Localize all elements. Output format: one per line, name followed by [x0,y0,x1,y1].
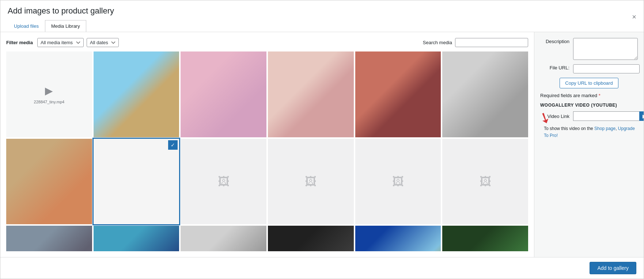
media-item-gray-face[interactable] [442,51,528,137]
filter-bar: Filter media All media items All dates S… [6,38,528,47]
required-star: * [599,93,601,98]
date-select[interactable]: All dates [87,38,119,47]
media-item-wave[interactable] [94,226,179,251]
media-item-man[interactable] [6,226,92,251]
media-item-video[interactable]: ▶ 228847_tiny.mp4 [6,51,92,137]
video-label: 228847_tiny.mp4 [34,100,65,104]
sidebar-panel: Description File URL: https://derdragon.… [534,32,644,257]
add-images-modal: Add images to product gallery Upload fil… [0,0,644,279]
media-area: Filter media All media items All dates S… [0,32,534,257]
video-link-row: Video Link ▶ [540,111,638,121]
placeholder-icon-1: 🖼 [181,139,266,225]
media-item-bike4[interactable] [442,226,528,251]
video-link-submit-button[interactable]: ▶ [639,111,644,121]
modal-overlay: Add images to product gallery Upload fil… [0,0,644,279]
media-type-select[interactable]: All media items [37,38,84,47]
modal-footer: Add to gallery [0,257,644,279]
media-grid: ▶ 228847_tiny.mp4 ✓ [6,51,528,251]
search-label: Search media [423,40,452,45]
description-label: Description [540,38,573,46]
file-url-row: File URL: https://derdragon.com/wp [540,64,638,73]
video-promo-text: ➘ To show this video on the Shop page, U… [540,125,638,139]
placeholder-icon-3: 🖼 [355,139,441,225]
placeholder-icon-4: 🖼 [442,139,528,225]
required-note-text: Required fields are marked [540,93,597,98]
tab-upload[interactable]: Upload files [8,20,45,32]
add-to-gallery-button[interactable]: Add to gallery [590,262,636,274]
tabs-bar: Upload files Media Library [8,20,114,32]
media-item-placeholder-4[interactable]: 🖼 [442,139,528,225]
video-link-input[interactable] [573,111,639,121]
video-icon: ▶ [45,85,53,97]
required-note: Required fields are marked * [540,93,638,98]
media-item-placeholder-2[interactable]: 🖼 [268,139,354,225]
modal-title: Add images to product gallery [8,6,114,16]
media-item-vases[interactable]: ✓ [94,139,179,225]
video-link-input-wrap: ▶ [573,111,644,121]
media-item-placeholder-1[interactable]: 🖼 [181,139,266,225]
selected-checkmark: ✓ [168,140,178,150]
video-promo-prefix: To show this video on the [544,126,594,131]
description-row: Description [540,38,638,60]
media-item-beach[interactable] [94,51,179,137]
media-item-bike2[interactable] [268,226,354,251]
placeholder-icon-2: 🖼 [268,139,354,225]
file-url-label: File URL: [540,64,573,72]
filter-label: Filter media [6,40,33,45]
copy-url-button[interactable]: Copy URL to clipboard [560,78,618,88]
woogallery-section-title: WOOGALLERY VIDEO (YOUTUBE) [540,103,638,108]
search-area: Search media [423,38,528,47]
modal-header-left: Add images to product gallery Upload fil… [8,6,114,32]
media-item-pink[interactable] [181,51,266,137]
search-input[interactable] [455,38,528,47]
modal-body: Filter media All media items All dates S… [0,32,644,257]
video-promo-comma: , [615,126,618,131]
description-textarea[interactable] [573,38,638,60]
media-item-hand[interactable] [268,51,354,137]
media-item-bike1[interactable] [181,226,266,251]
media-item-sculpture[interactable] [6,139,92,225]
tab-media-library[interactable]: Media Library [45,20,86,32]
media-grid-wrapper: ▶ 228847_tiny.mp4 ✓ [6,51,528,251]
media-item-placeholder-3[interactable]: 🖼 [355,139,441,225]
modal-header: Add images to product gallery Upload fil… [0,0,644,32]
close-button[interactable]: × [632,13,636,20]
media-item-lips[interactable] [355,51,441,137]
media-item-bike3[interactable] [355,226,441,251]
file-url-input[interactable]: https://derdragon.com/wp [573,64,640,73]
shop-page-link[interactable]: Shop page [594,126,615,131]
